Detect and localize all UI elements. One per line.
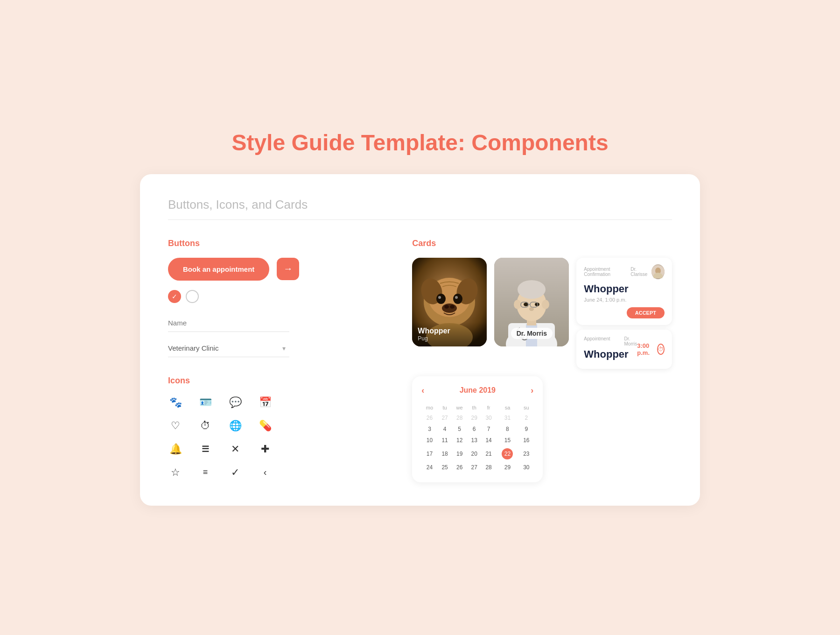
pet-card-overlay: Whopper Pug	[412, 322, 487, 346]
calendar-week-row: 10111213141516	[421, 435, 533, 446]
close-icon: ✕	[228, 442, 243, 457]
list-icon: ≡	[198, 465, 213, 480]
calendar-day[interactable]: 4	[438, 423, 452, 435]
appt2-left: Appointment Dr. Morris Whopper	[584, 336, 637, 362]
calendar-day[interactable]: 15	[496, 435, 519, 446]
calendar-day[interactable]: 12	[452, 435, 467, 446]
icons-grid: 🐾 🪪 💬 📅 ♡ ⏱ 🌐 💊 🔔 ☰ ✕ ✚ ☆ ≡ ✓ ‹	[168, 395, 393, 480]
arrow-icon: →	[283, 263, 293, 274]
title-accent: Components	[465, 130, 609, 155]
appointment-card-1: Appointment Confirmation Dr. Clarisse Wh	[576, 258, 672, 325]
name-input[interactable]	[168, 314, 289, 332]
appointment-card-2: Appointment Dr. Morris Whopper 3:00 p.m.…	[576, 330, 672, 369]
calendar-day[interactable]: 19	[452, 446, 467, 462]
appt-card1-header: Appointment Confirmation Dr. Clarisse	[584, 264, 665, 279]
accept-button[interactable]: ACCEPT	[627, 307, 665, 318]
pet-card[interactable]: Whopper Pug	[412, 258, 487, 346]
calendar-day[interactable]: 2	[519, 412, 533, 423]
calendar-day[interactable]: 27	[467, 462, 482, 473]
appointment-cards-stack: Appointment Confirmation Dr. Clarisse Wh	[576, 258, 672, 369]
day-tu: tu	[438, 403, 452, 412]
buttons-heading: Buttons	[168, 239, 393, 248]
calendar-day[interactable]: 29	[496, 462, 519, 473]
check-icon: ✓	[228, 465, 243, 480]
calendar-day[interactable]: 24	[421, 462, 437, 473]
svg-point-8	[455, 296, 458, 299]
calendar-day[interactable]: 11	[438, 435, 452, 446]
appt1-label: Appointment Confirmation	[584, 267, 630, 277]
cards-area: Whopper Pug	[412, 258, 672, 369]
select-wrapper: Veterinary Clinic	[168, 339, 289, 357]
appt1-doctor-label: Dr. Clarisse	[630, 267, 651, 277]
cal-next-button[interactable]: ›	[531, 386, 533, 395]
calendar-week-row: 24252627282930	[421, 462, 533, 473]
calendar-day[interactable]: 26	[421, 412, 437, 423]
calendar-day[interactable]: 23	[519, 446, 533, 462]
heart-icon: ♡	[168, 418, 183, 433]
calendar-day[interactable]: 22	[496, 446, 519, 462]
calendar-day[interactable]: 7	[482, 423, 496, 435]
medicine-icon: 💊	[258, 418, 273, 433]
bell-icon: 🔔	[168, 442, 183, 457]
day-we: we	[452, 403, 467, 412]
calendar-day[interactable]: 10	[421, 435, 437, 446]
appt2-doctor-label: Dr. Morris	[624, 336, 637, 346]
calendar-day[interactable]: 18	[438, 446, 452, 462]
pet-name: Whopper	[418, 327, 481, 335]
icons-section: Icons 🐾 🪪 💬 📅 ♡ ⏱ 🌐 💊 🔔 ☰ ✕ ✚ ☆ ≡	[168, 376, 393, 480]
doctor-card[interactable]: Dr. Morris	[494, 258, 569, 346]
svg-point-20	[514, 300, 521, 309]
page-title: Style Guide Template: Components	[231, 130, 608, 155]
calendar-day[interactable]: 30	[482, 412, 496, 423]
left-section: Buttons Book an appointment → Veterinary…	[168, 239, 393, 482]
calendar-day[interactable]: 28	[452, 412, 467, 423]
day-sa: sa	[496, 403, 519, 412]
chevron-left-icon: ‹	[258, 465, 273, 480]
calendar-day[interactable]: 31	[496, 412, 519, 423]
calendar-card: ‹ June 2019 › mo tu we th fr s	[412, 376, 543, 482]
svg-point-21	[542, 300, 549, 309]
cal-prev-button[interactable]: ‹	[421, 386, 424, 395]
clinic-select[interactable]: Veterinary Clinic	[168, 339, 289, 357]
calendar-day[interactable]: 3	[421, 423, 437, 435]
calendar-day[interactable]: 17	[421, 446, 437, 462]
calendar-day[interactable]: 29	[467, 412, 482, 423]
buttons-area: Book an appointment →	[168, 258, 393, 281]
paw-icon: 🐾	[168, 395, 183, 410]
cal-month-year: June 2019	[460, 386, 496, 395]
section-heading: Buttons, Icons, and Cards	[168, 198, 672, 212]
radio-empty[interactable]	[186, 290, 199, 303]
cards-heading: Cards	[412, 239, 672, 248]
radio-group	[168, 290, 393, 303]
title-dark: Style Guide Template:	[231, 130, 465, 155]
calendar-week-row: 2627282930312	[421, 412, 533, 423]
calendar-grid: mo tu we th fr sa su 2627282930312345678…	[421, 403, 533, 473]
day-fr: fr	[482, 403, 496, 412]
svg-point-27	[529, 307, 534, 311]
calendar-day[interactable]: 14	[482, 435, 496, 446]
svg-point-7	[438, 296, 441, 299]
appt2-time: 3:00 p.m.	[637, 342, 653, 356]
menu-icon: ☰	[198, 442, 213, 457]
calendar-day[interactable]: 8	[496, 423, 519, 435]
calendar-day[interactable]: 27	[438, 412, 452, 423]
appt1-pet-name: Whopper	[584, 283, 665, 295]
radio-filled[interactable]	[168, 290, 181, 303]
calendar-day[interactable]: 21	[482, 446, 496, 462]
calendar-day[interactable]: 5	[452, 423, 467, 435]
calendar-day[interactable]: 26	[452, 462, 467, 473]
calendar-day[interactable]: 6	[467, 423, 482, 435]
calendar-day[interactable]: 30	[519, 462, 533, 473]
calendar-day[interactable]: 28	[482, 462, 496, 473]
svg-point-9	[442, 303, 457, 313]
appt1-doctor-avatar	[651, 264, 665, 279]
calendar-day[interactable]: 13	[467, 435, 482, 446]
svg-point-11	[450, 305, 455, 309]
calendar-day[interactable]: 25	[438, 462, 452, 473]
arrow-button[interactable]: →	[277, 258, 299, 280]
calendar-day[interactable]: 20	[467, 446, 482, 462]
calendar-day[interactable]: 9	[519, 423, 533, 435]
calendar-week-row: 3456789	[421, 423, 533, 435]
book-appointment-button[interactable]: Book an appointment	[168, 258, 269, 281]
calendar-day[interactable]: 16	[519, 435, 533, 446]
